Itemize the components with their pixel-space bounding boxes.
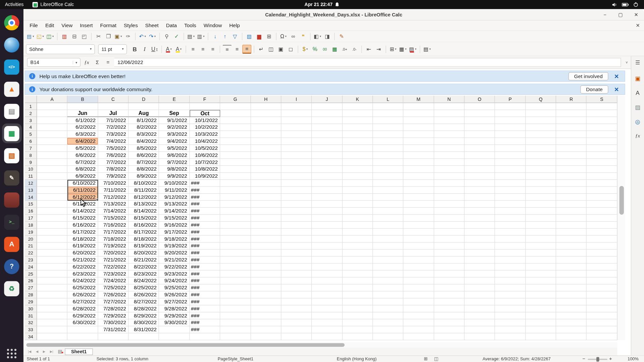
cell-N9[interactable] xyxy=(434,159,465,166)
cell-I18[interactable] xyxy=(281,222,312,229)
cell-D30[interactable]: 8/28/2022 xyxy=(128,305,159,312)
selection-mode-icon[interactable]: ⊞ xyxy=(424,356,428,362)
cell-Q25[interactable] xyxy=(526,270,556,278)
cell-J17[interactable] xyxy=(312,215,342,222)
cell-N26[interactable] xyxy=(434,278,465,285)
cell-D8[interactable]: 8/6/2022 xyxy=(128,152,159,159)
cell-J26[interactable] xyxy=(312,278,342,285)
cell-H6[interactable] xyxy=(251,138,281,145)
cell-P21[interactable] xyxy=(495,243,526,250)
cell-J32[interactable] xyxy=(312,319,342,326)
cell-M12[interactable] xyxy=(404,180,434,187)
cell-C6[interactable]: 7/4/2022 xyxy=(98,138,128,145)
cell-K18[interactable] xyxy=(342,222,373,229)
cell-E34[interactable] xyxy=(159,333,190,340)
cell-M7[interactable] xyxy=(404,145,434,152)
cell-K28[interactable] xyxy=(342,291,373,298)
cell-J22[interactable] xyxy=(312,249,342,256)
cell-D13[interactable]: 8/11/2022 xyxy=(128,187,159,194)
cell-K14[interactable] xyxy=(342,194,373,201)
cell-D16[interactable]: 8/14/2022 xyxy=(128,208,159,215)
cell-G13[interactable] xyxy=(220,187,251,194)
cell-D5[interactable]: 8/3/2022 xyxy=(128,131,159,138)
cell-N14[interactable] xyxy=(434,194,465,201)
cell-A34[interactable] xyxy=(37,333,67,340)
add-decimal-place-icon[interactable]: .0+ xyxy=(340,45,349,54)
cell-E15[interactable]: 9/13/2022 xyxy=(159,201,190,208)
insert-column-icon[interactable]: ▥ xyxy=(196,32,205,41)
cell-G5[interactable] xyxy=(220,131,251,138)
cell-C34[interactable] xyxy=(98,333,128,340)
sidebar-tab-styles-icon[interactable]: A xyxy=(633,88,642,98)
column-header-A[interactable]: A xyxy=(37,96,67,103)
activities-button[interactable]: Activities xyxy=(0,0,29,9)
cell-H22[interactable] xyxy=(251,249,281,256)
cell-M31[interactable] xyxy=(404,312,434,319)
cell-N22[interactable] xyxy=(434,249,465,256)
cell-E1[interactable] xyxy=(159,103,190,110)
cell-O24[interactable] xyxy=(465,263,495,270)
cell-R8[interactable] xyxy=(556,152,587,159)
row-header-16[interactable]: 16 xyxy=(24,208,37,215)
active-app-indicator[interactable]: ▦ LibreOffice Calc xyxy=(29,0,78,9)
italic-icon[interactable]: I xyxy=(140,45,149,54)
cell-K4[interactable] xyxy=(342,124,373,131)
cell-J13[interactable] xyxy=(312,187,342,194)
cell-R5[interactable] xyxy=(556,131,587,138)
cell-I24[interactable] xyxy=(281,263,312,270)
cell-O31[interactable] xyxy=(465,312,495,319)
cell-M32[interactable] xyxy=(404,319,434,326)
column-header-J[interactable]: J xyxy=(312,96,342,103)
cell-N2[interactable] xyxy=(434,110,465,117)
cell-E29[interactable]: 9/27/2022 xyxy=(159,298,190,305)
cell-N30[interactable] xyxy=(434,305,465,312)
cell-E21[interactable]: 9/19/2022 xyxy=(159,243,190,250)
cell-I25[interactable] xyxy=(281,270,312,278)
cell-S4[interactable] xyxy=(587,124,617,131)
cell-I17[interactable] xyxy=(281,215,312,222)
column-header-S[interactable]: S xyxy=(587,96,617,103)
cell-F5[interactable]: 10/3/2022 xyxy=(190,131,220,138)
cell-I6[interactable] xyxy=(281,138,312,145)
cell-F2[interactable]: Oct xyxy=(190,110,220,117)
cell-O26[interactable] xyxy=(465,278,495,285)
cell-B12[interactable]: 6/10/2022 xyxy=(67,180,98,187)
row-header-33[interactable]: 33 xyxy=(24,326,37,333)
cell-R34[interactable] xyxy=(556,333,587,340)
cell-I27[interactable] xyxy=(281,285,312,292)
cell-I8[interactable] xyxy=(281,152,312,159)
cell-Q12[interactable] xyxy=(526,180,556,187)
cell-F28[interactable]: ### xyxy=(190,291,220,298)
cell-B20[interactable]: 6/18/2022 xyxy=(67,236,98,243)
format-as-date-icon[interactable]: ▦ xyxy=(330,45,339,54)
cell-I2[interactable] xyxy=(281,110,312,117)
cell-C21[interactable]: 7/19/2022 xyxy=(98,243,128,250)
cell-E30[interactable]: 9/28/2022 xyxy=(159,305,190,312)
cell-N13[interactable] xyxy=(434,187,465,194)
cell-S31[interactable] xyxy=(587,312,617,319)
menu-insert[interactable]: Insert xyxy=(76,21,96,29)
cell-G3[interactable] xyxy=(220,117,251,124)
cell-E28[interactable]: 9/26/2022 xyxy=(159,291,190,298)
cell-F4[interactable]: 10/2/2022 xyxy=(190,124,220,131)
undo-icon[interactable]: ↶ xyxy=(138,32,147,41)
cell-P1[interactable] xyxy=(495,103,526,110)
row-header-8[interactable]: 8 xyxy=(24,152,37,159)
cell-L27[interactable] xyxy=(373,285,404,292)
cell-A9[interactable] xyxy=(37,159,67,166)
cell-Q14[interactable] xyxy=(526,194,556,201)
cell-R15[interactable] xyxy=(556,201,587,208)
cell-H21[interactable] xyxy=(251,243,281,250)
cell-D34[interactable] xyxy=(128,333,159,340)
cell-G32[interactable] xyxy=(220,319,251,326)
cell-F31[interactable]: ### xyxy=(190,312,220,319)
cell-B21[interactable]: 6/19/2022 xyxy=(67,243,98,250)
cell-R32[interactable] xyxy=(556,319,587,326)
cell-C19[interactable]: 7/17/2022 xyxy=(98,229,128,236)
close-button[interactable]: ✕ xyxy=(632,10,641,19)
row-header-30[interactable]: 30 xyxy=(24,305,37,312)
menu-edit[interactable]: Edit xyxy=(42,21,58,29)
new-document-icon[interactable]: ▤ xyxy=(26,32,35,41)
cell-A24[interactable] xyxy=(37,263,67,270)
cell-M18[interactable] xyxy=(404,222,434,229)
